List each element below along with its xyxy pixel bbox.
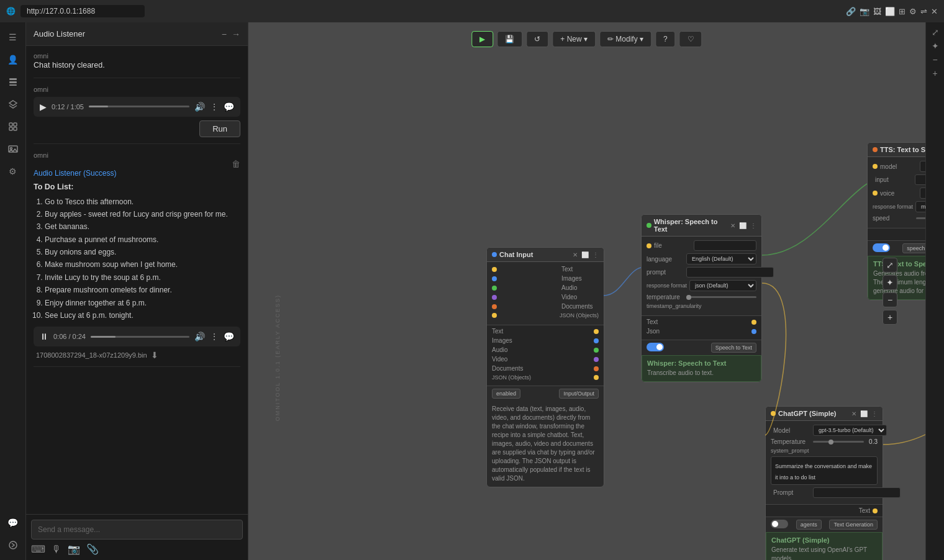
- audio-progress-2[interactable]: [91, 336, 189, 338]
- sidebar-item-layers[interactable]: [3, 94, 23, 114]
- svg-marker-3: [9, 101, 17, 106]
- zoom-star-btn[interactable]: ✦: [883, 275, 897, 290]
- input-w-file[interactable]: [694, 240, 756, 251]
- sidebar-item-chat[interactable]: 💬: [3, 513, 23, 533]
- label-w-json-out: Json: [647, 328, 684, 335]
- right-minus-icon[interactable]: −: [932, 55, 937, 65]
- node-cg-more[interactable]: ⋮: [871, 410, 878, 417]
- label-json-1: JSON (Objects): [560, 312, 599, 318]
- zoom-fit-btn[interactable]: ⤢: [883, 258, 897, 273]
- audio-progress-1[interactable]: [89, 106, 189, 107]
- port-video-out-1: [594, 357, 599, 362]
- chat-input[interactable]: [31, 520, 243, 540]
- mic-icon[interactable]: 🎙: [52, 544, 61, 555]
- minimize-icon[interactable]: −: [222, 29, 227, 39]
- sidebar-item-image[interactable]: [3, 139, 23, 159]
- extensions-icon[interactable]: 🔗: [846, 7, 856, 16]
- audio-chat-icon-1[interactable]: 💬: [224, 102, 234, 112]
- todo-item-10: See Lucy at 6 p.m. tonight.: [45, 309, 240, 322]
- expand-icon[interactable]: →: [232, 29, 240, 39]
- node-tts-btn1[interactable]: speech: [902, 243, 925, 253]
- right-plus-icon[interactable]: +: [932, 68, 937, 78]
- sidebar-item-settings[interactable]: ⚙: [3, 161, 23, 181]
- gear-icon2[interactable]: ⚙: [909, 7, 917, 16]
- canvas-area[interactable]: ▶ 💾 ↺ + New ▾ ✏ Modify ▾ ? ♡ ⤢ ✦ − + Cha…: [248, 22, 925, 560]
- sidebar-item-user[interactable]: 👤: [3, 50, 23, 70]
- node-chatgpt-body: Model gpt-3.5-turbo (Default) Temperatur…: [766, 421, 883, 504]
- label-text-1: Text: [561, 266, 599, 273]
- msg3-link[interactable]: Audio Listener (Success): [34, 169, 240, 178]
- close-icon[interactable]: ✕: [931, 7, 938, 16]
- heart-button[interactable]: ♡: [679, 31, 702, 47]
- select-w-rf[interactable]: json (Default): [689, 280, 756, 291]
- window-icon[interactable]: ⬜: [885, 7, 895, 16]
- delete-icon-3[interactable]: 🗑: [232, 159, 240, 169]
- input-tts-input[interactable]: [915, 174, 925, 185]
- node-ci-expand[interactable]: ⬜: [581, 251, 589, 258]
- slider-w-temp[interactable]: [686, 296, 756, 298]
- node-w-close[interactable]: ✕: [730, 222, 735, 229]
- audio-play-btn-1[interactable]: ▶: [40, 102, 47, 112]
- audio-pause-btn-2[interactable]: ⏸: [40, 332, 48, 341]
- keyboard-icon[interactable]: ⌨: [31, 543, 45, 555]
- play-button[interactable]: ▶: [471, 31, 493, 47]
- attachment-icon[interactable]: 📎: [86, 543, 99, 555]
- audio-volume-icon-1[interactable]: 🔊: [194, 102, 205, 112]
- chat-input-icons: ⌨ 🎙 📷 📎: [31, 543, 243, 555]
- sidebar-item-chat-out[interactable]: [3, 535, 23, 555]
- toggle-tts[interactable]: [873, 243, 890, 252]
- url-bar[interactable]: http://127.0.0.1:1688: [20, 5, 145, 17]
- label-cg-temp: Temperature: [771, 438, 808, 445]
- download-icon[interactable]: ⬇: [151, 350, 158, 360]
- zoom-plus-btn[interactable]: +: [883, 310, 897, 325]
- run-button[interactable]: Run: [199, 120, 240, 137]
- node-w-expand[interactable]: ⬜: [739, 222, 747, 229]
- save-button[interactable]: 💾: [497, 31, 522, 47]
- slider-cg-temp[interactable]: [813, 441, 864, 443]
- sidebar-item-menu[interactable]: ☰: [3, 27, 23, 47]
- select-w-lang[interactable]: English (Default): [686, 253, 756, 264]
- todo-item-4: Purchase a punnet of mushrooms.: [45, 233, 240, 246]
- select-cg-model[interactable]: gpt-3.5-turbo (Default): [813, 425, 887, 436]
- help-button[interactable]: ?: [655, 31, 676, 47]
- port-docs-out-1: [594, 366, 599, 371]
- input-cg-prompt[interactable]: [813, 487, 901, 498]
- node-ci-io-btn[interactable]: Input/Output: [559, 389, 599, 399]
- toggle-whisper[interactable]: [647, 343, 664, 351]
- select-tts-model[interactable]: tts-1 (Default): [920, 161, 925, 172]
- node-chat-input-body: Text Images Audio Video Documents: [487, 262, 604, 325]
- right-star-icon[interactable]: ✦: [932, 41, 939, 51]
- grid-icon[interactable]: ⊞: [899, 7, 905, 16]
- toggle-cg[interactable]: [771, 520, 788, 528]
- node-cg-btn2[interactable]: Text Generation: [829, 520, 878, 530]
- node-cg-expand[interactable]: ⬜: [860, 410, 868, 417]
- modify-button[interactable]: ✏ Modify ▾: [599, 31, 651, 47]
- audio-chat-icon-2[interactable]: 💬: [224, 332, 234, 341]
- slider-tts-speed[interactable]: [916, 217, 925, 219]
- node-ci-enabled-btn[interactable]: enabled: [492, 389, 520, 399]
- node-w-btn[interactable]: Speech to Text: [711, 343, 756, 353]
- chat-panel-header: Audio Listener − →: [26, 22, 248, 46]
- input-w-prompt[interactable]: [686, 267, 774, 278]
- chat-panel-title: Audio Listener: [34, 29, 85, 38]
- zoom-minus-btn[interactable]: −: [883, 292, 897, 307]
- select-tts-rf[interactable]: mp3 (Default): [915, 201, 925, 212]
- picture-icon[interactable]: 🖼: [873, 7, 881, 16]
- node-cg-close[interactable]: ✕: [851, 410, 856, 417]
- audio-more-icon-1[interactable]: ⋮: [210, 102, 219, 112]
- new-button[interactable]: + New ▾: [552, 31, 596, 47]
- node-ci-settings[interactable]: ⋮: [592, 251, 599, 258]
- sidebar-item-grid[interactable]: [3, 117, 23, 137]
- audio-more-icon-2[interactable]: ⋮: [210, 332, 219, 341]
- right-fit-icon[interactable]: ⤢: [932, 27, 939, 37]
- swap-icon[interactable]: ⇌: [920, 7, 927, 16]
- screenshot-icon[interactable]: 📷: [860, 7, 869, 16]
- select-tts-voice[interactable]: alloy (Default): [920, 187, 925, 199]
- sidebar-item-files[interactable]: [3, 72, 23, 92]
- node-cg-btn1[interactable]: agents: [796, 520, 822, 530]
- camera-icon[interactable]: 📷: [68, 543, 80, 555]
- node-w-more[interactable]: ⋮: [750, 222, 756, 229]
- audio-volume-icon-2[interactable]: 🔊: [194, 332, 205, 341]
- node-ci-close[interactable]: ✕: [573, 251, 578, 258]
- refresh-button[interactable]: ↺: [526, 31, 548, 47]
